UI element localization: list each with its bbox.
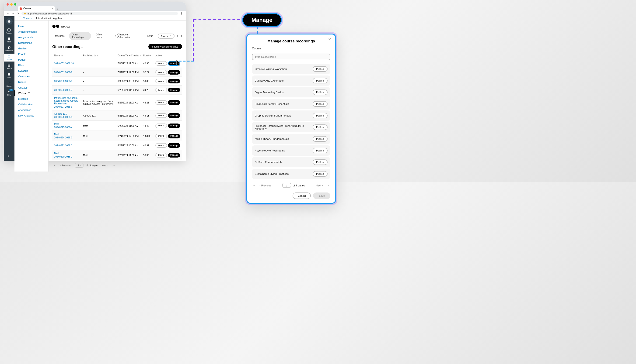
- hamburger-icon[interactable]: ☰: [18, 16, 21, 20]
- publish-button[interactable]: Publish: [312, 113, 328, 118]
- delete-button[interactable]: Delete: [155, 113, 167, 118]
- delete-button[interactable]: Delete: [155, 134, 167, 138]
- nav-admin[interactable]: ⛊ Admin: [4, 36, 15, 44]
- delete-button[interactable]: Delete: [155, 70, 167, 74]
- publish-button[interactable]: Publish: [312, 171, 328, 177]
- close-icon[interactable]: ✕: [328, 37, 331, 42]
- course-search-input[interactable]: [252, 54, 330, 60]
- browser-tab[interactable]: Canvas ×: [18, 6, 55, 11]
- delete-button[interactable]: Delete: [155, 100, 167, 105]
- publish-button[interactable]: Publish: [312, 90, 328, 95]
- nav-courses[interactable]: ▤ Courses: [4, 54, 15, 62]
- back-icon[interactable]: ←: [7, 12, 9, 15]
- previous-button[interactable]: ‹ Previous: [59, 163, 72, 168]
- course-nav-item[interactable]: Home: [15, 23, 48, 29]
- delete-button[interactable]: Delete: [155, 153, 167, 157]
- globe-icon[interactable]: ⊕: [176, 34, 178, 37]
- page-select[interactable]: 1: [282, 183, 291, 188]
- recording-name[interactable]: Math20240624 2038-3: [54, 133, 83, 139]
- collapse-nav-icon[interactable]: ⇤: [8, 154, 11, 158]
- page-select[interactable]: 1: [75, 163, 84, 168]
- course-nav-item[interactable]: Announcements: [15, 29, 48, 34]
- publish-button[interactable]: Publish: [312, 66, 328, 72]
- tab-meetings[interactable]: Meetings: [52, 33, 67, 39]
- delete-button[interactable]: Delete: [155, 61, 167, 66]
- course-nav-item[interactable]: Syllabus: [15, 68, 48, 74]
- manage-button[interactable]: Manage: [168, 123, 180, 128]
- manage-button[interactable]: Manage: [168, 79, 180, 84]
- course-nav-item[interactable]: New Analytics: [15, 113, 48, 118]
- recording-name[interactable]: Math20240625 2038-4: [54, 122, 83, 129]
- recording-name[interactable]: Introduction to Algebra, Social Studies,…: [54, 96, 83, 108]
- recording-name[interactable]: 20240622 2038-2: [54, 144, 83, 147]
- course-nav-item[interactable]: Attendance: [15, 107, 48, 113]
- first-page-icon[interactable]: «: [52, 163, 57, 168]
- col-name[interactable]: Name⇅: [54, 54, 83, 57]
- delete-button[interactable]: Delete: [155, 143, 167, 148]
- course-nav-item[interactable]: Collaboration: [15, 102, 48, 107]
- close-window-icon[interactable]: [7, 3, 9, 5]
- tab-classroom[interactable]: ↗Classroom Collaboration: [112, 32, 142, 40]
- last-page-icon[interactable]: »: [112, 163, 116, 168]
- publish-button[interactable]: Publish: [312, 78, 328, 84]
- recording-name[interactable]: 20240630 2038-8: [54, 80, 83, 82]
- publish-button[interactable]: Publish: [312, 124, 328, 130]
- last-page-icon[interactable]: »: [326, 183, 330, 188]
- manage-button[interactable]: Manage: [168, 61, 180, 66]
- recording-name[interactable]: Math20240620 2038-1: [54, 152, 83, 158]
- manage-button[interactable]: Manage: [168, 153, 180, 157]
- menu-icon[interactable]: ⋮: [180, 12, 183, 15]
- manage-button[interactable]: Manage: [168, 134, 180, 138]
- publish-button[interactable]: Publish: [312, 160, 328, 165]
- next-button[interactable]: Next ›: [100, 163, 110, 168]
- breadcrumb-root[interactable]: Canvas: [23, 17, 32, 20]
- course-nav-item[interactable]: Files: [15, 62, 48, 68]
- tab-other-recordings[interactable]: Other Recordings: [69, 32, 91, 40]
- course-nav-item[interactable]: Grades: [15, 46, 48, 51]
- nav-dashboard[interactable]: ◐ Dashboard: [4, 45, 15, 53]
- manage-button[interactable]: Manage: [168, 70, 180, 74]
- refresh-icon[interactable]: ⟲: [180, 34, 182, 37]
- course-nav-item[interactable]: Quizzes: [15, 85, 48, 90]
- maximize-window-icon[interactable]: [14, 3, 16, 5]
- support-button[interactable]: Support↗: [158, 33, 175, 38]
- recording-name[interactable]: Algebra 10120240626 2038-5: [54, 112, 83, 118]
- course-nav-item[interactable]: Webex LTI: [15, 90, 48, 96]
- course-nav-item[interactable]: Outcomes: [15, 74, 48, 79]
- course-nav-item[interactable]: Modules: [15, 96, 48, 102]
- course-nav-item[interactable]: Rubics: [15, 79, 48, 85]
- previous-button[interactable]: ‹ Previous: [258, 183, 273, 188]
- reload-icon[interactable]: ⟳: [17, 12, 19, 15]
- canvas-logo-icon[interactable]: ✺: [6, 18, 12, 25]
- delete-button[interactable]: Delete: [155, 79, 167, 84]
- nav-help[interactable]: ? Help: [4, 89, 15, 97]
- manage-button[interactable]: Manage: [168, 88, 180, 92]
- tab-office-hours[interactable]: Office Hours: [93, 32, 110, 40]
- manage-button[interactable]: Manage: [168, 100, 180, 105]
- col-datetime[interactable]: Date & Time Created⇅: [118, 54, 143, 57]
- nav-history[interactable]: ◷ History: [4, 80, 15, 88]
- publish-button[interactable]: Publish: [312, 148, 328, 153]
- close-tab-icon[interactable]: ×: [52, 7, 53, 10]
- nav-calendar[interactable]: ▦ Calendar: [4, 62, 15, 70]
- manage-button[interactable]: Manage: [168, 143, 180, 148]
- course-nav-item[interactable]: Assignments: [15, 34, 48, 40]
- publish-button[interactable]: Publish: [312, 136, 328, 142]
- recording-name[interactable]: 20240628 2038-7: [54, 88, 83, 91]
- publish-button[interactable]: Publish: [312, 101, 328, 107]
- url-input[interactable]: 🔒 https://www.canvas.com/courses/webex_l…: [22, 12, 178, 15]
- forward-icon[interactable]: →: [12, 12, 15, 15]
- nav-account[interactable]: ◯ Account: [4, 27, 15, 35]
- course-nav-item[interactable]: Pages: [15, 57, 48, 62]
- cancel-button[interactable]: Cancel: [293, 192, 311, 199]
- course-nav-item[interactable]: Discussions: [15, 40, 48, 46]
- recording-name[interactable]: 20240703 2038-10: [54, 62, 83, 65]
- import-recordings-button[interactable]: Import Webex recordings: [148, 44, 182, 50]
- new-tab-button[interactable]: +: [55, 8, 60, 11]
- nav-inbox[interactable]: ▣ Inbox: [4, 71, 15, 79]
- delete-button[interactable]: Delete: [155, 123, 167, 128]
- col-published[interactable]: Published to⇅: [83, 54, 118, 57]
- minimize-window-icon[interactable]: [10, 3, 13, 5]
- course-nav-item[interactable]: People: [15, 51, 48, 57]
- delete-button[interactable]: Delete: [155, 88, 167, 92]
